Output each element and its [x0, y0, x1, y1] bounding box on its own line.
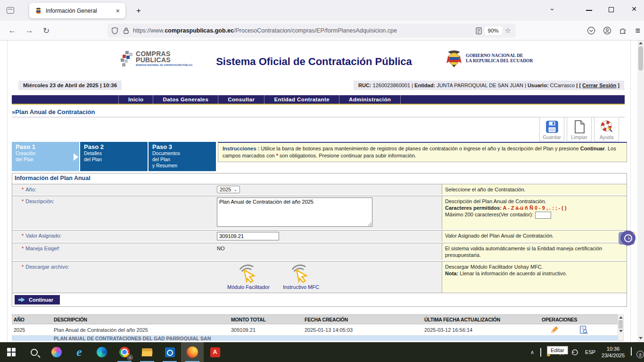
- record-toolbar: Guardar Limpiar Ayuda: [539, 117, 619, 141]
- instructions-label: Instrucciones :: [223, 146, 259, 151]
- compras-publicas-logo-mark: [121, 51, 133, 67]
- reader-mode-icon[interactable]: [476, 27, 482, 34]
- app-menu-hamburger-icon[interactable]: ≡: [635, 26, 640, 36]
- blank-page-icon: [573, 119, 586, 134]
- cell-descripcion: PLAN ANUAL DE CONTRATACIONES DEL GAD PAR…: [52, 336, 229, 341]
- esigef-value: NO: [217, 246, 225, 251]
- google-profile-badge: G: [127, 354, 133, 361]
- forward-button[interactable]: →: [23, 25, 36, 37]
- language-indicator[interactable]: ESP: [585, 349, 595, 355]
- start-button[interactable]: [0, 342, 23, 362]
- tracking-shield-icon[interactable]: [111, 27, 118, 34]
- cell-monto: 309109.21: [229, 327, 303, 333]
- scroll-thumb[interactable]: [638, 46, 643, 71]
- main-nav: Inicio Datos Generales Consultar Entidad…: [12, 95, 625, 105]
- step-title: Paso 3: [152, 143, 212, 150]
- anio-select[interactable]: 2025⌄: [217, 186, 240, 193]
- datetime-display: Miércoles 23 de Abril de 2025 | 10:36: [18, 81, 122, 90]
- nav-item-entidad-contratante[interactable]: Entidad Contratante: [264, 95, 339, 104]
- step-3-documentos[interactable]: Paso 3 Documentos del Plan y Resumen: [149, 142, 216, 171]
- taskbar-outlook-button[interactable]: [158, 342, 181, 362]
- sync-tray-icon[interactable]: [571, 348, 579, 356]
- nav-item-datos-generales[interactable]: Datos Generales: [153, 95, 218, 104]
- scroll-up-icon[interactable]: [619, 316, 623, 319]
- page-content: COMPRASPUBLICAS SERVICIO NACIONAL DE CON…: [7, 41, 631, 342]
- browser-tab[interactable]: Información General ×: [29, 3, 125, 18]
- taskbar-clock[interactable]: 10:3623/4/2025: [602, 346, 625, 359]
- taskbar-file-explorer-button[interactable]: [136, 342, 158, 362]
- descripcion-help: Descripción del Plan Anual de Contrataci…: [442, 196, 627, 229]
- taskbar-acrobat-button[interactable]: A: [204, 342, 226, 362]
- window-maximize-button[interactable]: [609, 7, 614, 12]
- modulo-facilitador-download[interactable]: Módulo Facilitador: [227, 263, 270, 290]
- edit-pencil-icon[interactable]: [550, 326, 559, 334]
- col-ultima-actualizacion: ÚLTIMA FECHA ACTUALIZACIÓN: [422, 317, 540, 322]
- extensions-puzzle-icon[interactable]: [619, 26, 627, 35]
- scroll-down-icon[interactable]: [639, 337, 643, 339]
- separator: |: [523, 82, 528, 88]
- notification-center-button[interactable]: 2: [631, 347, 641, 357]
- page-scrollbar[interactable]: [637, 41, 644, 342]
- window-minimize-button[interactable]: [586, 10, 592, 11]
- lock-icon[interactable]: [123, 27, 129, 34]
- account-icon[interactable]: [603, 26, 611, 35]
- session-timer-widget[interactable]: [619, 230, 636, 247]
- taskbar-firefox-button[interactable]: [181, 342, 204, 362]
- instructivo-mfc-link[interactable]: Instructivo MFC: [283, 284, 319, 290]
- taskbar-internet-explorer-button[interactable]: e: [68, 342, 91, 362]
- new-tab-button[interactable]: +: [132, 5, 145, 17]
- scroll-down-icon[interactable]: [619, 330, 623, 332]
- instructivo-mfc-download[interactable]: Instructivo MFC: [283, 263, 319, 290]
- step-1-creacion[interactable]: Paso 1 Creación del Plan: [12, 142, 79, 171]
- save-floppy-icon: [545, 119, 559, 134]
- table-header-row: AÑO DESCRIPCIÓN MONTO TOTAL FECHA CREACI…: [12, 314, 621, 324]
- anio-label-text: Año:: [25, 187, 36, 192]
- table-scrollbar[interactable]: [618, 314, 624, 341]
- session-info: RUC: 1260023860001 | Entidad: JUNTA PARR…: [354, 81, 624, 90]
- ayuda-button[interactable]: Ayuda: [594, 117, 619, 141]
- firefox-view-icon[interactable]: [5, 5, 16, 16]
- continuar-button[interactable]: Continuar: [15, 295, 60, 304]
- plan-form: Información del Plan Anual *Año: 2025⌄ S…: [12, 173, 627, 296]
- guardar-button[interactable]: Guardar: [539, 117, 564, 141]
- nav-item-administracion[interactable]: Administración: [339, 95, 401, 104]
- tab-close-icon[interactable]: ×: [114, 7, 122, 15]
- cell-creacion: 2025-01-13 14:05:03: [303, 327, 422, 333]
- table-row: 2025 Plan Anual de Contratación del año …: [12, 324, 621, 336]
- reload-button[interactable]: ↻: [40, 25, 53, 37]
- limpiar-button[interactable]: Limpiar: [567, 117, 592, 141]
- modulo-facilitador-link[interactable]: Módulo Facilitador: [227, 284, 270, 290]
- url-bar[interactable]: https://www.compraspublicas.gob.ec/Proce…: [107, 24, 516, 38]
- screen: Información General × + ⌄ × ← → ↻ https:…: [0, 0, 644, 362]
- scroll-up-icon[interactable]: [639, 42, 643, 44]
- step-2-detalles[interactable]: Paso 2 Detalles del Plan: [80, 142, 148, 171]
- anio-label: *Año:: [12, 184, 215, 195]
- descripcion-label: *Descripción:: [12, 196, 215, 229]
- pocket-icon[interactable]: [587, 26, 595, 35]
- gobierno-logo: GOBIERNO NACIONAL DELA REPUBLICA DEL ECU…: [446, 49, 533, 68]
- step-line: del Plan: [84, 156, 144, 163]
- descripcion-textarea[interactable]: Plan Anual de Contratación del año 2025: [217, 197, 372, 227]
- scroll-thumb[interactable]: [619, 320, 623, 329]
- nav-item-consultar[interactable]: Consultar: [218, 95, 264, 104]
- zoom-level-badge[interactable]: 90%: [485, 26, 502, 35]
- taskbar-copilot-button[interactable]: [45, 342, 68, 362]
- nav-item-inicio[interactable]: Inicio: [118, 95, 153, 104]
- tray-expand-chevron-icon[interactable]: ∧: [530, 349, 534, 355]
- bookmark-star-icon[interactable]: ☆: [505, 26, 511, 35]
- back-button[interactable]: ←: [6, 25, 19, 37]
- list-tabs-chevron-icon[interactable]: ⌄: [546, 4, 558, 12]
- char-counter-input[interactable]: [535, 212, 551, 219]
- valor-asignado-input[interactable]: [217, 232, 279, 240]
- form-section-title: Información del Plan Anual: [12, 173, 627, 183]
- cell-actualizacion: 2025-03-12 16:56:14: [422, 327, 540, 333]
- taskbar-chrome-button[interactable]: G: [113, 342, 136, 362]
- window-close-button[interactable]: ×: [629, 4, 639, 14]
- firefox-icon: [187, 346, 198, 358]
- url-text[interactable]: https://www.compraspublicas.gob.ec/Proce…: [133, 27, 476, 34]
- view-document-icon[interactable]: [579, 326, 588, 334]
- taskbar-search-button[interactable]: [23, 342, 45, 362]
- logout-link[interactable]: Cerrar Sesión: [582, 82, 616, 88]
- taskbar-edge-button[interactable]: [91, 342, 113, 362]
- col-fecha-creacion: FECHA CREACIÓN: [303, 317, 422, 322]
